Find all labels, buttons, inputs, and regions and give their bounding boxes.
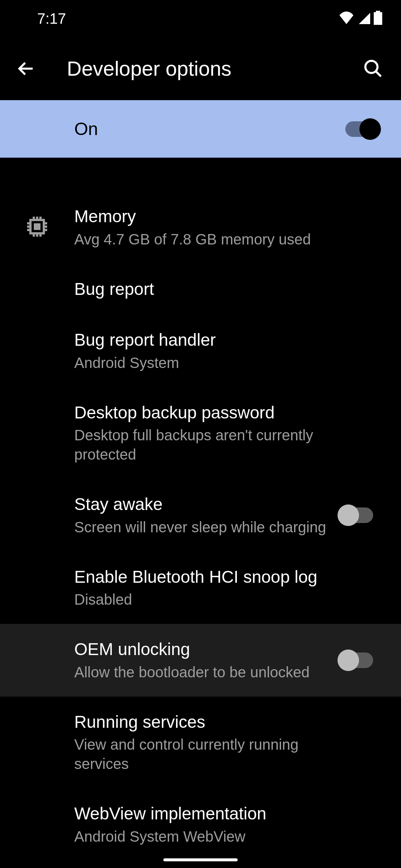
row-title: Bug report: [74, 279, 327, 300]
cpu-icon: [24, 213, 50, 241]
row-text: Running services View and control curren…: [74, 711, 334, 774]
row-subtitle: Allow the bootloader to be unlocked: [74, 662, 327, 682]
settings-row[interactable]: WebView implementation Android System We…: [0, 788, 401, 861]
row-subtitle: Desktop full backups aren't currently pr…: [74, 425, 327, 464]
row-switch-slot: [334, 652, 379, 668]
row-text: Bug report: [74, 279, 334, 300]
app-bar: Developer options: [0, 37, 401, 100]
svg-rect-1: [376, 11, 380, 13]
row-text: OEM unlocking Allow the bootloader to be…: [74, 639, 334, 682]
row-subtitle: Disabled: [74, 590, 327, 609]
master-toggle-label: On: [74, 119, 345, 139]
row-text: Bug report handler Android System: [74, 329, 334, 372]
row-text: Desktop backup password Desktop full bac…: [74, 402, 334, 464]
settings-row[interactable]: Bug report handler Android System: [0, 315, 401, 387]
row-title: Running services: [74, 711, 327, 733]
row-subtitle: View and control currently running servi…: [74, 735, 327, 773]
row-title: Memory: [74, 206, 327, 227]
spacer: [0, 158, 401, 191]
row-subtitle: Android System: [74, 353, 327, 372]
row-title: Enable Bluetooth HCI snoop log: [74, 566, 327, 588]
status-time: 7:17: [37, 10, 66, 27]
svg-rect-5: [34, 223, 40, 230]
settings-row[interactable]: Automatic system updates: [0, 861, 401, 868]
row-text: Enable Bluetooth HCI snoop log Disabled: [74, 566, 334, 609]
row-subtitle: Avg 4.7 GB of 7.8 GB memory used: [74, 230, 327, 249]
row-text: WebView implementation Android System We…: [74, 803, 334, 846]
row-title: OEM unlocking: [74, 639, 327, 660]
svg-point-2: [365, 61, 378, 73]
settings-list: Memory Avg 4.7 GB of 7.8 GB memory used …: [0, 191, 401, 868]
row-title: WebView implementation: [74, 803, 327, 825]
back-button[interactable]: [15, 57, 37, 80]
settings-row[interactable]: Stay awake Screen will never sleep while…: [0, 479, 401, 552]
status-icons: [339, 11, 382, 26]
row-text: Memory Avg 4.7 GB of 7.8 GB memory used: [74, 206, 334, 249]
row-title: Stay awake: [74, 494, 327, 515]
settings-row[interactable]: OEM unlocking Allow the bootloader to be…: [0, 624, 401, 697]
row-subtitle: Screen will never sleep while charging: [74, 517, 327, 537]
settings-row[interactable]: Memory Avg 4.7 GB of 7.8 GB memory used: [0, 191, 401, 264]
page-title: Developer options: [67, 57, 360, 80]
row-switch[interactable]: [340, 652, 373, 668]
row-icon-slot: [0, 213, 74, 241]
cellular-icon: [357, 11, 371, 26]
settings-row[interactable]: Desktop backup password Desktop full bac…: [0, 387, 401, 479]
row-title: Bug report handler: [74, 329, 327, 351]
svg-line-3: [376, 71, 381, 76]
status-bar: 7:17: [0, 0, 401, 37]
row-subtitle: Android System WebView: [74, 827, 327, 846]
battery-icon: [374, 11, 382, 26]
wifi-icon: [339, 11, 354, 26]
row-switch[interactable]: [340, 507, 373, 523]
row-switch-slot: [334, 507, 379, 523]
settings-row[interactable]: Enable Bluetooth HCI snoop log Disabled: [0, 552, 401, 624]
svg-rect-0: [374, 12, 382, 25]
search-button[interactable]: [360, 56, 386, 82]
master-toggle-row[interactable]: On: [0, 100, 401, 158]
nav-handle-icon[interactable]: [163, 858, 238, 861]
row-title: Desktop backup password: [74, 402, 327, 424]
row-text: Stay awake Screen will never sleep while…: [74, 494, 334, 537]
settings-row[interactable]: Running services View and control curren…: [0, 697, 401, 789]
master-switch[interactable]: [345, 121, 379, 137]
settings-row[interactable]: Bug report: [0, 264, 401, 315]
